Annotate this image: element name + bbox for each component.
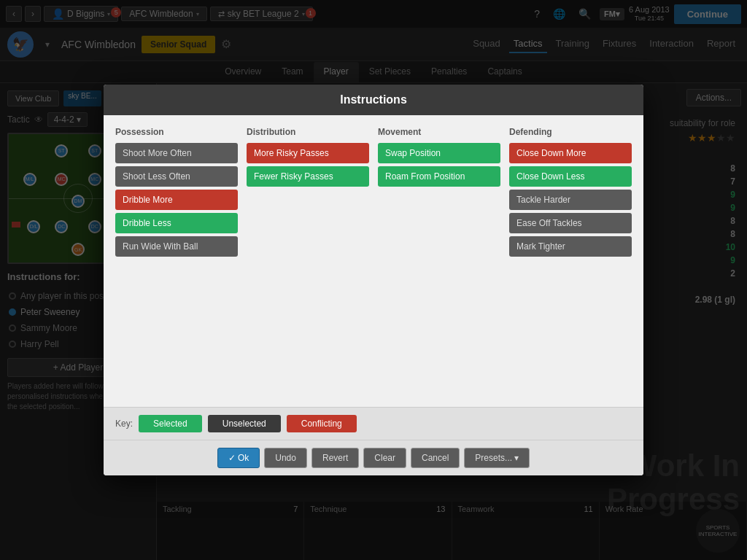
footer-btn-5[interactable]: Presets... ▾ bbox=[464, 448, 530, 468]
instructions-grid: PossessionShoot More OftenShoot Less Oft… bbox=[115, 127, 632, 260]
instructions-col-3: DefendingClose Down MoreClose Down LessT… bbox=[509, 127, 632, 260]
inst-btn-0-3[interactable]: Dribble Less bbox=[115, 213, 238, 233]
inst-btn-3-2[interactable]: Tackle Harder bbox=[509, 190, 632, 210]
instructions-col-2: MovementSwap PositionRoam From Position bbox=[378, 127, 500, 260]
col-header-0: Possession bbox=[115, 127, 238, 137]
col-header-1: Distribution bbox=[247, 127, 369, 137]
instructions-modal: Instructions PossessionShoot More OftenS… bbox=[104, 85, 643, 475]
inst-btn-3-1[interactable]: Close Down Less bbox=[509, 166, 632, 187]
inst-btn-1-0[interactable]: More Risky Passes bbox=[247, 143, 369, 163]
inst-btn-3-3[interactable]: Ease Off Tackles bbox=[509, 213, 632, 233]
modal-body: PossessionShoot More OftenShoot Less Oft… bbox=[104, 115, 643, 407]
modal-title: Instructions bbox=[340, 93, 407, 106]
col-header-2: Movement bbox=[378, 127, 500, 137]
instructions-col-1: DistributionMore Risky PassesFewer Risky… bbox=[247, 127, 369, 260]
footer-btn-3[interactable]: Clear bbox=[363, 448, 406, 468]
instructions-col-0: PossessionShoot More OftenShoot Less Oft… bbox=[115, 127, 238, 260]
inst-btn-2-0[interactable]: Swap Position bbox=[378, 143, 500, 163]
modal-overlay: Instructions PossessionShoot More OftenS… bbox=[0, 0, 747, 560]
key-selected: Selected bbox=[139, 415, 202, 432]
inst-btn-0-2[interactable]: Dribble More bbox=[115, 190, 238, 210]
inst-btn-0-0[interactable]: Shoot More Often bbox=[115, 143, 238, 163]
inst-btn-0-4[interactable]: Run Wide With Ball bbox=[115, 236, 238, 257]
key-conflicting: Conflicting bbox=[287, 415, 357, 432]
modal-header: Instructions bbox=[104, 85, 643, 115]
col-header-3: Defending bbox=[509, 127, 632, 137]
modal-footer: ✓ OkUndoRevertClearCancelPresets... ▾ bbox=[104, 440, 643, 475]
key-unselected: Unselected bbox=[208, 415, 281, 432]
inst-btn-3-0[interactable]: Close Down More bbox=[509, 143, 632, 163]
footer-btn-2[interactable]: Revert bbox=[311, 448, 359, 468]
inst-btn-2-1[interactable]: Roam From Position bbox=[378, 166, 500, 187]
footer-btn-1[interactable]: Undo bbox=[264, 448, 307, 468]
inst-btn-3-4[interactable]: Mark Tighter bbox=[509, 236, 632, 257]
inst-btn-0-1[interactable]: Shoot Less Often bbox=[115, 166, 238, 187]
footer-btn-0[interactable]: ✓ Ok bbox=[217, 448, 260, 468]
modal-key-section: Key: Selected Unselected Conflicting bbox=[104, 407, 643, 440]
footer-btn-4[interactable]: Cancel bbox=[411, 448, 460, 468]
inst-btn-1-1[interactable]: Fewer Risky Passes bbox=[247, 166, 369, 187]
key-label: Key: bbox=[115, 419, 133, 429]
